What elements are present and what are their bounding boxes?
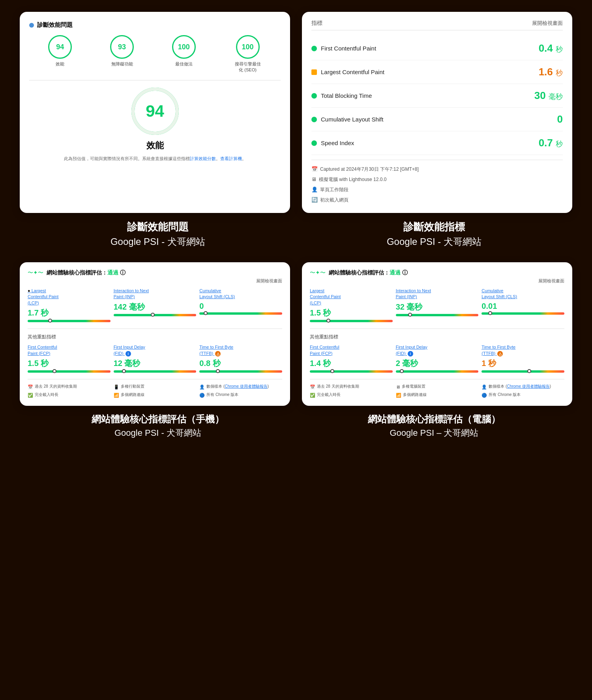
cwv-mobile-footer-sample: 👤 數個樣本 (Chrome 使用者體驗報告) bbox=[199, 383, 282, 390]
cwv-mobile-ttfb-name[interactable]: Time to First Byte(TTFB) △ bbox=[199, 344, 282, 357]
card1-header: 診斷效能問題 bbox=[29, 21, 281, 29]
footer-row-session: 👤 單頁工作階段 bbox=[311, 185, 563, 195]
cwv-desktop-cls: CumulativeLayout Shift (CLS) 0.01 bbox=[481, 288, 564, 323]
cwv-desktop-footer-device: 🖥 多種電腦裝置 bbox=[396, 383, 479, 390]
cwv-desktop-subheader[interactable]: 展開檢視畫面 bbox=[310, 278, 564, 284]
bottom-label-block-right: 網站體驗核心指標評估（電腦） Google PSI – 犬哥網站 bbox=[296, 413, 572, 439]
metric-si: Speed Index 0.7 秒 bbox=[311, 131, 563, 155]
cwv-mobile-inp-name[interactable]: Interaction to NextPaint (INP) bbox=[114, 288, 197, 300]
score-item-seo: 100 搜尋引擎最佳化 (SEO) bbox=[234, 35, 262, 73]
user-icon-d: 👤 bbox=[481, 384, 487, 390]
cwv-desktop-fcp-name[interactable]: First ContentfulPaint (FCP) bbox=[310, 344, 393, 357]
cwv-mobile-cls-bar bbox=[199, 312, 282, 315]
cwv-desktop-ttfb: Time to First Byte(TTFB) △ 1 秒 bbox=[481, 344, 564, 373]
cwv-desktop-footer-sample-text: 數個樣本 (Chrome 使用者體驗報告) bbox=[489, 383, 551, 389]
cwv-mobile-lcp: ● LargestContentful Paint(LCP) 1.7 秒 bbox=[28, 288, 111, 323]
cwv-mobile-footer-chrome-text: 所有 Chrome 版本 bbox=[206, 392, 238, 398]
score-circle-seo: 100 bbox=[236, 35, 260, 59]
card1-dot bbox=[29, 23, 34, 28]
cwv-mobile-cls-name[interactable]: CumulativeLayout Shift (CLS) bbox=[199, 288, 282, 300]
big-score-container: 94 效能 此為預估值，可能與實際情況有所不同。系統會直接根據這些指標計算效能分… bbox=[29, 88, 281, 162]
cwv-mobile-subheader[interactable]: 展開檢視畫面 bbox=[28, 278, 282, 284]
metric-lcp-left: Largest Contentful Paint bbox=[311, 69, 384, 75]
chrome-report-link-m[interactable]: Chrome 使用者體驗報告 bbox=[225, 384, 267, 388]
tbt-name: Total Blocking Time bbox=[321, 92, 372, 99]
lcp-value: 1.6 秒 bbox=[539, 66, 563, 78]
cwv-mobile-footer-device-text: 多種行動裝置 bbox=[121, 383, 144, 389]
cwv-mobile-ttfb-value: 0.8 秒 bbox=[199, 358, 282, 369]
cwv-desktop-fcp-marker bbox=[330, 369, 334, 373]
cwv-desktop-ttfb-marker bbox=[527, 369, 531, 373]
cwv-mobile-footer-load: ✅ 完全載入時長 bbox=[28, 392, 111, 399]
cwv-mobile-cls-value: 0 bbox=[199, 302, 282, 311]
calendar-icon-m: 📅 bbox=[28, 384, 33, 390]
top-label-main-right: 診斷效能指標 bbox=[403, 220, 465, 234]
cwv-desktop-fid-name[interactable]: First Input Delay(FID) i bbox=[396, 344, 479, 357]
cwv-mobile-fid-name[interactable]: First Input Delay(FID) i bbox=[114, 344, 197, 357]
cwv-desktop-lcp: LargestContentful Paint(LCP) 1.5 秒 bbox=[310, 288, 393, 323]
cwv-desktop-ttfb-name[interactable]: Time to First Byte(TTFB) △ bbox=[481, 344, 564, 357]
cls-name: Cumulative Layout Shift bbox=[321, 116, 383, 123]
cwv-desktop-lcp-name[interactable]: LargestContentful Paint(LCP) bbox=[310, 288, 393, 306]
cwv-desktop-cls-marker bbox=[488, 311, 492, 315]
refresh-icon: 🔄 bbox=[311, 195, 318, 205]
cwv-mobile-lcp-name[interactable]: ● LargestContentful Paint(LCP) bbox=[28, 288, 111, 306]
scores-row: 94 效能 93 無障礙功能 100 最佳做法 100 搜尋引擎最佳化 (SEO… bbox=[29, 35, 281, 80]
cwv-mobile-lcp-bar bbox=[28, 320, 111, 322]
fcp-value: 0.4 秒 bbox=[539, 42, 563, 54]
cwv-desktop-footer-chrome: 🔵 所有 Chrome 版本 bbox=[481, 392, 564, 399]
cwv-mobile-footer: 📅 過去 28 天的資料收集期 📱 多種行動裝置 👤 數個樣本 (Chrome … bbox=[28, 379, 282, 399]
check-icon-d: ✅ bbox=[310, 392, 315, 399]
score-item-bestpractice: 100 最佳做法 bbox=[172, 35, 196, 73]
cwv-desktop-inp-name[interactable]: Interaction to NextPaint (INP) bbox=[396, 288, 479, 300]
score-circle-accessibility: 93 bbox=[110, 35, 134, 59]
cwv-desktop-inp: Interaction to NextPaint (INP) 32 毫秒 bbox=[396, 288, 479, 323]
footer-row-device: 🖥 模擬電腦 with Lighthouse 12.0.0 bbox=[311, 174, 563, 185]
cwv-mobile-top-metrics: ● LargestContentful Paint(LCP) 1.7 秒 Int… bbox=[28, 288, 282, 323]
metric-fcp: First Contentful Paint 0.4 秒 bbox=[311, 37, 563, 60]
chrome-icon-d: 🔵 bbox=[481, 392, 487, 399]
cwv-desktop-divider bbox=[310, 329, 564, 329]
cwv-mobile-fid-value: 12 毫秒 bbox=[114, 358, 197, 369]
cwv-mobile-ttfb-marker bbox=[216, 369, 220, 373]
bottom-label-block-left: 網站體驗核心指標評估（手機） Google PSI - 犬哥網站 bbox=[20, 413, 296, 439]
wifi-icon-d: 📶 bbox=[396, 392, 401, 399]
cwv-desktop-cls-value: 0.01 bbox=[481, 302, 564, 311]
cwv-mobile-icon: 〜✦〜 bbox=[28, 269, 43, 276]
score-label-accessibility: 無障礙功能 bbox=[111, 61, 133, 67]
cwv-mobile-footer-network: 📶 多個網路連線 bbox=[114, 392, 197, 399]
cwv-desktop-title: 網站體驗核心指標評估：通過 ⓘ bbox=[329, 269, 408, 276]
chrome-report-link-d[interactable]: Chrome 使用者體驗報告 bbox=[507, 384, 549, 388]
calc-tool-link[interactable]: 查看計算機 bbox=[220, 156, 242, 161]
cwv-mobile-footer-device: 📱 多種行動裝置 bbox=[114, 383, 197, 390]
cwv-desktop-cls-bar bbox=[481, 312, 564, 315]
bottom-row: 〜✦〜 網站體驗核心指標評估：通過 ⓘ 展開檢視畫面 ● LargestCont… bbox=[20, 262, 572, 406]
footer-session: 單頁工作階段 bbox=[320, 185, 348, 194]
footer-load: 初次載入網頁 bbox=[320, 195, 348, 205]
cwv-mobile-inp: Interaction to NextPaint (INP) 142 毫秒 bbox=[114, 288, 197, 323]
cwv-mobile-footer-chrome: 🔵 所有 Chrome 版本 bbox=[199, 392, 282, 399]
metrics-expand-label[interactable]: 展開檢視畫面 bbox=[532, 20, 563, 27]
score-label-performance: 效能 bbox=[56, 61, 64, 67]
cwv-desktop-cls-name[interactable]: CumulativeLayout Shift (CLS) bbox=[481, 288, 564, 300]
cwv-mobile-lcp-value: 1.7 秒 bbox=[28, 308, 111, 318]
cwv-desktop-fid-bar bbox=[396, 370, 479, 373]
cwv-mobile-footer-load-text: 完全載入時長 bbox=[35, 392, 58, 398]
card2-header: 指標 展開檢視畫面 bbox=[311, 20, 563, 30]
cwv-desktop-footer-load-text: 完全載入時長 bbox=[317, 392, 341, 398]
score-circle-performance: 94 bbox=[48, 35, 72, 59]
cls-dot bbox=[311, 117, 317, 122]
cwv-desktop-fcp: First ContentfulPaint (FCP) 1.4 秒 bbox=[310, 344, 393, 373]
cwv-mobile-fcp-bar bbox=[28, 370, 111, 373]
desktop-icon-d: 🖥 bbox=[396, 384, 400, 390]
cwv-mobile-fcp-marker bbox=[52, 369, 56, 373]
cwv-desktop-inp-value: 32 毫秒 bbox=[396, 302, 479, 312]
calc-link[interactable]: 計算效能分數 bbox=[190, 156, 216, 161]
lcp-dot bbox=[311, 69, 317, 75]
top-label-sub-right: Google PSI - 犬哥網站 bbox=[387, 235, 481, 248]
cwv-mobile-lcp-marker bbox=[48, 319, 52, 323]
top-label-block-left: 診斷效能問題 Google PSI - 犬哥網站 bbox=[20, 220, 296, 248]
cwv-mobile-inp-value: 142 毫秒 bbox=[114, 302, 197, 312]
top-label-row: 診斷效能問題 Google PSI - 犬哥網站 診斷效能指標 Google P… bbox=[20, 220, 572, 248]
cwv-mobile-fcp-name[interactable]: First ContentfulPaint (FCP) bbox=[28, 344, 111, 357]
